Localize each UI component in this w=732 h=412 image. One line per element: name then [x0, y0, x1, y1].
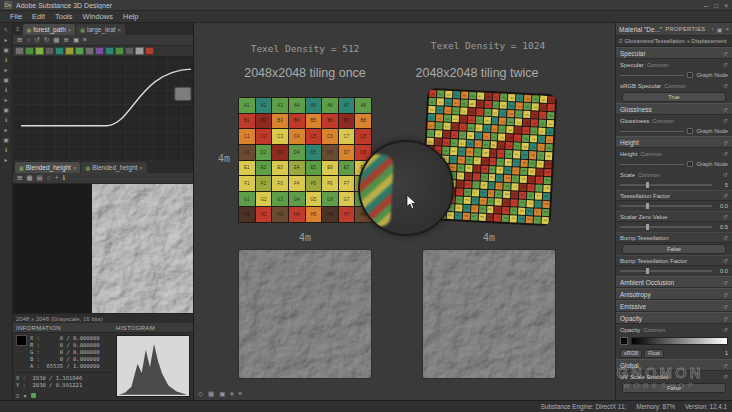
- reset-icon[interactable]: ↺: [723, 279, 728, 286]
- view2d-canvas[interactable]: [13, 184, 193, 313]
- close-icon[interactable]: ×: [118, 27, 122, 33]
- slider-thumb[interactable]: [646, 224, 649, 230]
- fit-view-icon[interactable]: ⊞: [17, 173, 22, 183]
- node-swatch[interactable]: [145, 47, 154, 55]
- checkbox[interactable]: [687, 161, 693, 167]
- info-icon[interactable]: ℹ: [63, 173, 65, 183]
- node-swatch[interactable]: [125, 47, 134, 55]
- prop-anisotropy[interactable]: Anisotropy↺: [616, 288, 732, 300]
- prop-false-button[interactable]: False: [622, 244, 726, 254]
- prop-bump-tessellation[interactable]: Bump Tessellation↺: [616, 232, 732, 243]
- rail-info-icon[interactable]: ℹ: [5, 145, 7, 155]
- reset-icon[interactable]: ↺: [723, 192, 728, 199]
- menu-file[interactable]: File: [6, 11, 26, 22]
- rail-item-icon[interactable]: ▣: [3, 75, 9, 85]
- tab-blended_height[interactable]: ▦Blended_height×: [81, 162, 146, 173]
- prop-scalar-zero-value[interactable]: Scalar Zero Value↺: [616, 211, 732, 222]
- node-swatch[interactable]: [135, 47, 144, 55]
- reset-icon[interactable]: ↺: [723, 362, 728, 369]
- prop-tessellation-factor[interactable]: Tessellation Factor↺: [616, 190, 732, 201]
- reset-icon[interactable]: ↺: [723, 106, 728, 113]
- rail-expand-icon[interactable]: ▸: [4, 65, 7, 75]
- reset-icon[interactable]: ↺: [723, 326, 728, 333]
- renderer-icon[interactable]: ≡: [239, 389, 243, 399]
- prop-emissive[interactable]: Emissive↺: [616, 300, 732, 312]
- maximize-button[interactable]: □: [714, 2, 718, 9]
- node-swatch[interactable]: [115, 47, 124, 55]
- panel-menu-icon[interactable]: ≡: [16, 26, 20, 32]
- reset-icon[interactable]: ↺: [723, 139, 728, 146]
- rail-item-icon[interactable]: ▣: [3, 135, 9, 145]
- prop-specular[interactable]: Specular↺: [616, 47, 732, 59]
- rail-expand-icon[interactable]: ▸: [4, 125, 7, 135]
- prop-true-button[interactable]: True: [622, 92, 726, 102]
- grid-snap-icon[interactable]: ▦: [53, 35, 59, 45]
- graph-canvas[interactable]: [13, 57, 193, 161]
- prop-ambient-occlusion[interactable]: Ambient Occlusion↺: [616, 276, 732, 288]
- node-swatch[interactable]: [105, 47, 114, 55]
- rail-info-icon[interactable]: ℹ: [5, 55, 7, 65]
- close-icon[interactable]: ×: [68, 27, 72, 33]
- rail-expand-icon[interactable]: ▸: [4, 35, 7, 45]
- pan-icon[interactable]: +: [55, 173, 59, 183]
- button-float[interactable]: Float: [644, 349, 664, 358]
- undo-icon[interactable]: ↺: [34, 35, 39, 45]
- close-icon[interactable]: ×: [73, 165, 77, 171]
- menu-windows[interactable]: Windows: [79, 11, 117, 22]
- pin-icon[interactable]: ▫: [712, 26, 714, 32]
- menu-help[interactable]: Help: [119, 11, 142, 22]
- slider-track[interactable]: [620, 226, 712, 228]
- viewport-3d[interactable]: Texel Density = 512 2048x2048 tiling onc…: [194, 23, 615, 400]
- close-icon[interactable]: ×: [139, 165, 143, 171]
- slider-thumb[interactable]: [646, 268, 649, 274]
- node-swatch[interactable]: [65, 47, 74, 55]
- scene-dropdown-icon[interactable]: ▾: [230, 389, 233, 399]
- slider-track[interactable]: [620, 131, 684, 132]
- prop-false-button[interactable]: False: [622, 383, 726, 393]
- prop-bump-tessellation-factor[interactable]: Bump Tessellation Factor↺: [616, 255, 732, 266]
- menu-edit[interactable]: Edit: [28, 11, 49, 22]
- slider-track[interactable]: [620, 164, 684, 165]
- add-node-icon[interactable]: ⊕: [63, 35, 68, 45]
- node-swatch[interactable]: [25, 47, 34, 55]
- checkbox[interactable]: [687, 72, 693, 78]
- minimize-button[interactable]: ─: [704, 2, 709, 9]
- rail-info-icon[interactable]: ℹ: [5, 85, 7, 95]
- gradient-bar[interactable]: [631, 337, 728, 345]
- reset-icon[interactable]: ↺: [723, 50, 728, 57]
- button-srgb[interactable]: sRGB: [620, 349, 642, 358]
- reset-icon[interactable]: ↺: [723, 171, 728, 178]
- reset-icon[interactable]: ↺: [723, 213, 728, 220]
- node-swatch[interactable]: [45, 47, 54, 55]
- tab-forest_path[interactable]: ▦forest_path×: [23, 24, 76, 35]
- select-tool-icon[interactable]: ↖: [3, 25, 8, 35]
- checkbox[interactable]: [687, 128, 693, 134]
- close-button[interactable]: ×: [724, 2, 728, 9]
- rail-info-icon[interactable]: ℹ: [5, 115, 7, 125]
- dropdown-icon[interactable]: ▾: [24, 392, 27, 399]
- reset-icon[interactable]: ↺: [723, 373, 728, 380]
- tab-blended_height[interactable]: ▦Blended_height×: [15, 162, 80, 173]
- rail-expand-icon[interactable]: ▸: [4, 155, 7, 165]
- fit-view-icon[interactable]: ⊞: [17, 35, 22, 45]
- wireframe-icon[interactable]: ▦: [208, 389, 214, 399]
- reset-icon[interactable]: ↺: [723, 117, 728, 124]
- slider-track[interactable]: [620, 184, 712, 186]
- slider-thumb[interactable]: [646, 182, 649, 188]
- rail-expand-icon[interactable]: ▸: [4, 95, 7, 105]
- reset-icon[interactable]: ↺: [723, 303, 728, 310]
- tiling-icon[interactable]: ▦: [26, 173, 32, 183]
- tab-large_leaf[interactable]: ▦large_leaf×: [76, 24, 125, 35]
- menu-tools[interactable]: Tools: [51, 11, 77, 22]
- dock-icon[interactable]: ▣: [717, 26, 723, 33]
- comment-icon[interactable]: ▣: [73, 35, 79, 45]
- prop-glossiness[interactable]: Glossiness↺: [616, 103, 732, 115]
- search-icon[interactable]: ○: [26, 35, 30, 45]
- node-swatch[interactable]: [15, 47, 24, 55]
- reset-icon[interactable]: ↺: [723, 61, 728, 68]
- node-swatch[interactable]: [75, 47, 84, 55]
- slider-thumb[interactable]: [646, 203, 649, 209]
- reset-icon[interactable]: ↺: [723, 82, 728, 89]
- rail-item-icon[interactable]: ▣: [3, 105, 9, 115]
- log-icon[interactable]: ≡: [16, 393, 20, 399]
